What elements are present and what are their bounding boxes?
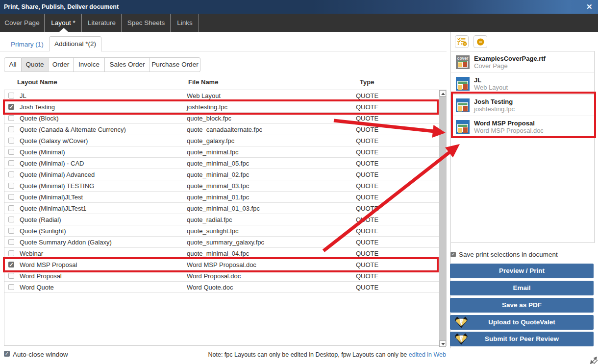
svg-text:cover: cover	[457, 56, 469, 61]
